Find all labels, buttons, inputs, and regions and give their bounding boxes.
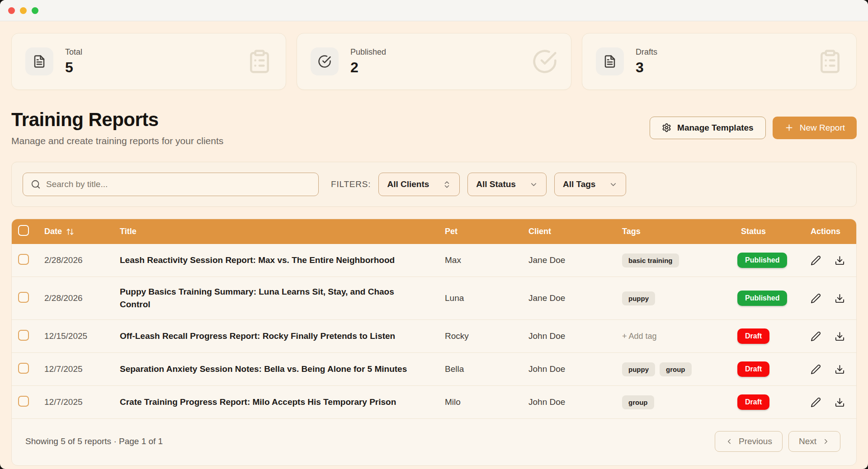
- download-button[interactable]: [835, 331, 845, 342]
- manage-templates-label: Manage Templates: [677, 123, 754, 133]
- stat-value: 3: [636, 59, 657, 76]
- search-input[interactable]: [46, 179, 311, 189]
- report-pet: Luna: [436, 293, 519, 303]
- previous-label: Previous: [739, 436, 772, 446]
- download-button[interactable]: [835, 397, 845, 408]
- download-icon: [835, 397, 845, 408]
- report-client: John Doe: [519, 331, 612, 341]
- download-icon: [835, 364, 845, 375]
- previous-page-button[interactable]: Previous: [715, 431, 783, 452]
- report-tags: puppy: [612, 291, 732, 305]
- edit-button[interactable]: [811, 255, 821, 266]
- edit-button[interactable]: [811, 364, 821, 375]
- report-title: Crate Training Progress Report: Milo Acc…: [107, 396, 412, 408]
- window-titlebar: [0, 0, 868, 21]
- tag-pill[interactable]: basic training: [622, 253, 679, 267]
- page-subtitle: Manage and create training reports for y…: [11, 136, 223, 146]
- table-row: 12/7/2025 Crate Training Progress Report…: [12, 385, 856, 418]
- manage-templates-button[interactable]: Manage Templates: [650, 117, 766, 139]
- stat-label: Total: [65, 47, 82, 57]
- select-all-checkbox[interactable]: [18, 225, 29, 236]
- row-checkbox[interactable]: [18, 292, 29, 303]
- check-circle-icon: [311, 47, 339, 75]
- table-body: 2/28/2026 Leash Reactivity Session Repor…: [12, 244, 856, 418]
- report-tags: group: [612, 395, 732, 409]
- search-box: [23, 173, 319, 196]
- status-filter-select[interactable]: All Status: [467, 173, 547, 196]
- download-icon: [835, 293, 845, 304]
- download-button[interactable]: [835, 255, 845, 266]
- results-summary: Showing 5 of 5 reports · Page 1 of 1: [25, 436, 163, 446]
- add-tag-button[interactable]: + Add tag: [622, 332, 657, 341]
- stats-row: Total 5 Published 2: [11, 33, 857, 90]
- column-header-title: Title: [107, 227, 436, 236]
- close-window-button[interactable]: [8, 7, 15, 14]
- edit-button[interactable]: [811, 397, 821, 408]
- tag-pill[interactable]: group: [622, 395, 654, 409]
- report-title: Puppy Basics Training Summary: Luna Lear…: [107, 286, 412, 311]
- page-content: Total 5 Published 2: [0, 21, 868, 466]
- download-icon: [835, 331, 845, 342]
- row-checkbox[interactable]: [18, 396, 29, 407]
- clients-filter-select[interactable]: All Clients: [378, 173, 460, 196]
- edit-button[interactable]: [811, 331, 821, 342]
- column-header-actions: Actions: [800, 227, 856, 236]
- report-client: John Doe: [519, 364, 612, 374]
- stat-card-total: Total 5: [11, 33, 286, 90]
- filter-bar: FILTERS: All Clients All Status All Tags: [11, 162, 857, 207]
- report-date: 12/15/2025: [34, 331, 107, 341]
- report-pet: Max: [436, 255, 519, 265]
- new-report-button[interactable]: New Report: [773, 117, 857, 139]
- stat-card-drafts: Drafts 3: [582, 33, 857, 90]
- tag-pill[interactable]: puppy: [622, 362, 655, 376]
- report-pet: Bella: [436, 364, 519, 374]
- clipboard-list-icon: [817, 49, 843, 74]
- status-badge: Published: [737, 291, 787, 306]
- download-icon: [835, 255, 845, 266]
- next-label: Next: [799, 436, 816, 446]
- table-row: 2/28/2026 Leash Reactivity Session Repor…: [12, 244, 856, 277]
- report-pet: Rocky: [436, 331, 519, 341]
- report-pet: Milo: [436, 397, 519, 407]
- page-header: Training Reports Manage and create train…: [11, 109, 857, 146]
- next-page-button[interactable]: Next: [788, 431, 840, 452]
- report-client: Jane Doe: [519, 255, 612, 265]
- chevron-down-icon: [529, 180, 538, 189]
- table-footer: Showing 5 of 5 reports · Page 1 of 1 Pre…: [12, 418, 856, 465]
- chevrons-up-down-icon: [443, 180, 451, 189]
- minimize-window-button[interactable]: [20, 7, 27, 14]
- file-text-icon: [25, 47, 53, 75]
- edit-button[interactable]: [811, 293, 821, 304]
- row-checkbox[interactable]: [18, 330, 29, 341]
- download-button[interactable]: [835, 364, 845, 375]
- stat-label: Drafts: [636, 47, 657, 57]
- table-header: Date Title Pet Client Tags Status Action…: [12, 219, 856, 244]
- tag-pill[interactable]: group: [660, 362, 692, 376]
- report-tags: basic training: [612, 253, 732, 267]
- tags-filter-select[interactable]: All Tags: [554, 173, 627, 196]
- sort-by-date[interactable]: Date: [34, 227, 107, 236]
- clipboard-list-icon: [247, 49, 272, 74]
- row-checkbox[interactable]: [18, 254, 29, 265]
- report-client: Jane Doe: [519, 293, 612, 303]
- zoom-window-button[interactable]: [32, 7, 38, 14]
- download-button[interactable]: [835, 293, 845, 304]
- gear-icon: [662, 123, 671, 132]
- report-title: Off-Leash Recall Progress Report: Rocky …: [107, 330, 412, 342]
- stat-value: 2: [350, 59, 386, 76]
- tag-pill[interactable]: puppy: [622, 291, 655, 305]
- pencil-icon: [811, 397, 821, 408]
- chevron-right-icon: [822, 437, 830, 446]
- report-tags: puppygroup: [612, 362, 732, 376]
- status-badge: Draft: [737, 328, 769, 344]
- status-badge: Draft: [737, 361, 769, 377]
- row-checkbox[interactable]: [18, 363, 29, 374]
- chevron-down-icon: [609, 180, 618, 189]
- table-row: 12/7/2025 Separation Anxiety Session Not…: [12, 352, 856, 385]
- app-window: Total 5 Published 2: [0, 0, 868, 469]
- table-row: 12/15/2025 Off-Leash Recall Progress Rep…: [12, 319, 856, 352]
- column-header-pet: Pet: [436, 227, 519, 236]
- table-row: 2/28/2026 Puppy Basics Training Summary:…: [12, 277, 856, 319]
- column-header-tags: Tags: [612, 227, 732, 236]
- new-report-label: New Report: [800, 123, 845, 133]
